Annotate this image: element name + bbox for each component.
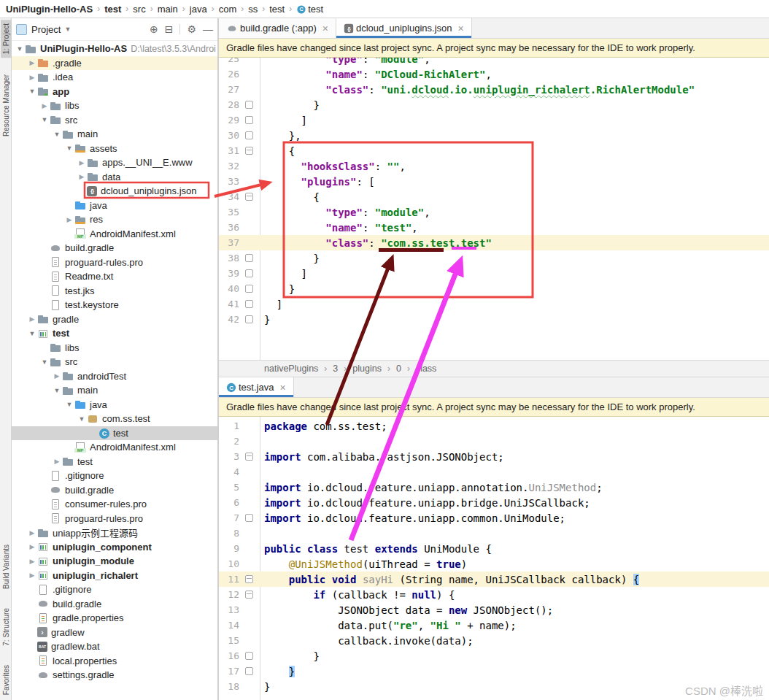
- tree-arrow-icon[interactable]: ▶: [27, 74, 37, 81]
- tree-item[interactable]: ▶.idea: [12, 70, 217, 85]
- json-path-item[interactable]: nativePlugins: [264, 364, 318, 374]
- breadcrumb-item[interactable]: ss: [248, 4, 258, 15]
- fold-marker-icon[interactable]: [245, 285, 253, 293]
- tree-item[interactable]: ▶.gradle: [12, 56, 217, 71]
- fold-marker-icon[interactable]: [245, 591, 253, 599]
- breadcrumb-item[interactable]: com: [219, 4, 237, 15]
- tree-arrow-icon[interactable]: ▼: [52, 387, 62, 394]
- tree-item[interactable]: ▼src: [12, 113, 217, 128]
- fold-marker-icon[interactable]: [245, 575, 253, 583]
- tree-item[interactable]: local.properties: [12, 654, 217, 669]
- tree-item[interactable]: java: [12, 199, 217, 213]
- tree-item[interactable]: settings.gradle: [12, 668, 217, 682]
- chevron-down-icon[interactable]: ▼: [64, 26, 71, 33]
- tree-item[interactable]: ▶libs: [12, 99, 217, 113]
- close-tab-icon[interactable]: ×: [458, 23, 464, 34]
- fold-marker-icon[interactable]: [245, 116, 253, 124]
- tool-window-button[interactable]: 1: Project: [1, 20, 12, 58]
- fold-marker-icon[interactable]: [245, 315, 253, 323]
- tree-arrow-icon[interactable]: ▼: [27, 88, 37, 95]
- tree-item[interactable]: build.gradle: [12, 241, 217, 255]
- collapse-all-icon[interactable]: ⊟: [165, 24, 174, 34]
- tree-item[interactable]: ▼com.ss.test: [12, 412, 217, 426]
- breadcrumb-item[interactable]: java: [190, 4, 207, 15]
- tool-window-button[interactable]: Build Variants: [1, 541, 12, 593]
- editor-tab[interactable]: dcloud_uniplugins.json×: [336, 18, 472, 38]
- fold-marker-icon[interactable]: [245, 300, 253, 308]
- tree-arrow-icon[interactable]: ▼: [15, 45, 25, 53]
- tree-item[interactable]: ▼java: [12, 398, 217, 412]
- breadcrumb-item[interactable]: test: [296, 4, 323, 15]
- tree-item[interactable]: Readme.txt: [12, 269, 217, 284]
- tree-arrow-icon[interactable]: ▶: [27, 572, 37, 579]
- tree-arrow-icon[interactable]: ▶: [27, 529, 37, 536]
- tree-item[interactable]: ▼assets: [12, 142, 217, 156]
- tool-window-button[interactable]: 7: Structure: [1, 604, 12, 650]
- tree-item[interactable]: ▶test: [12, 455, 217, 469]
- tree-item[interactable]: ▶uniplugin_component: [12, 540, 217, 555]
- breadcrumb-item[interactable]: src: [133, 4, 145, 15]
- tree-arrow-icon[interactable]: ▶: [77, 173, 87, 180]
- tree-arrow-icon[interactable]: ▶: [27, 59, 37, 66]
- tool-window-button[interactable]: Favorites: [1, 661, 12, 699]
- tree-arrow-icon[interactable]: ▼: [39, 358, 50, 366]
- tree-arrow-icon[interactable]: ▶: [27, 315, 37, 323]
- tree-arrow-icon[interactable]: ▼: [64, 145, 74, 152]
- project-panel-title[interactable]: Project: [31, 24, 61, 35]
- tree-arrow-icon[interactable]: ▼: [52, 131, 62, 138]
- tree-item[interactable]: ▶data: [12, 170, 217, 185]
- tree-item[interactable]: ▶uniplugin_richalert: [12, 569, 217, 583]
- gear-icon[interactable]: ⚙: [187, 24, 196, 34]
- json-path-item[interactable]: class: [416, 364, 436, 374]
- tree-item[interactable]: consumer-rules.pro: [12, 497, 217, 512]
- tree-arrow-icon[interactable]: ▼: [27, 330, 37, 337]
- tree-arrow-icon[interactable]: ▶: [52, 372, 62, 380]
- tree-arrow-icon[interactable]: ▼: [77, 415, 87, 423]
- breadcrumb-item[interactable]: test: [269, 4, 285, 15]
- tree-item[interactable]: ▼app: [12, 85, 217, 99]
- tree-item[interactable]: build.gradle: [12, 597, 217, 612]
- fold-marker-icon[interactable]: [245, 269, 253, 277]
- tree-item[interactable]: ▶androidTest: [12, 369, 217, 384]
- fold-marker-icon[interactable]: [245, 254, 253, 262]
- tree-arrow-icon[interactable]: ▶: [52, 458, 62, 465]
- tree-item[interactable]: gradle.properties: [12, 611, 217, 626]
- hide-panel-icon[interactable]: —: [203, 24, 213, 34]
- tree-arrow-icon[interactable]: ▼: [39, 116, 50, 123]
- fold-marker-icon[interactable]: [245, 147, 253, 155]
- fold-marker-icon[interactable]: [245, 514, 253, 522]
- fold-marker-icon[interactable]: [245, 101, 253, 109]
- tree-item[interactable]: dcloud_uniplugins.json: [12, 184, 217, 199]
- tree-item[interactable]: proguard-rules.pro: [12, 512, 217, 526]
- breadcrumb-item[interactable]: test: [104, 4, 121, 15]
- fold-marker-icon[interactable]: [245, 193, 253, 201]
- tree-item[interactable]: ▼main: [12, 127, 217, 142]
- tree-item[interactable]: .gitignore: [12, 582, 217, 597]
- tree-arrow-icon[interactable]: ▶: [39, 102, 50, 109]
- editor-tab[interactable]: build.gradle (:app)×: [219, 18, 336, 38]
- fold-marker-icon[interactable]: [245, 131, 253, 139]
- tree-item[interactable]: AndroidManifest.xml: [12, 227, 217, 242]
- tree-item[interactable]: .gitignore: [12, 469, 217, 483]
- tree-item[interactable]: build.gradle: [12, 483, 217, 498]
- json-path-item[interactable]: 3: [333, 364, 338, 374]
- tree-item[interactable]: gradlew.bat: [12, 639, 217, 654]
- json-path-item[interactable]: plugins: [352, 364, 382, 374]
- tree-arrow-icon[interactable]: ▼: [64, 401, 74, 408]
- tree-item[interactable]: ▼main: [12, 383, 217, 398]
- tree-arrow-icon[interactable]: ▶: [27, 558, 37, 565]
- breadcrumb-item[interactable]: main: [158, 4, 178, 15]
- tree-item[interactable]: ▶uniplugin_module: [12, 554, 217, 569]
- close-tab-icon[interactable]: ×: [279, 382, 285, 393]
- tree-item[interactable]: test.jks: [12, 284, 217, 299]
- tree-item[interactable]: gradlew: [12, 626, 217, 640]
- java-editor[interactable]: 1package com.ss.test;23import com.alibab…: [219, 417, 769, 700]
- tree-item[interactable]: test.keystore: [12, 298, 217, 312]
- tool-window-button[interactable]: Resource Manager: [1, 71, 12, 140]
- tree-arrow-icon[interactable]: ▶: [64, 216, 74, 223]
- tree-item[interactable]: ▶gradle: [12, 312, 217, 327]
- breadcrumb-item[interactable]: UniPlugin-Hello-AS: [6, 4, 93, 15]
- close-tab-icon[interactable]: ×: [322, 23, 328, 34]
- editor-tab[interactable]: test.java×: [219, 377, 294, 397]
- tree-item[interactable]: ▶res: [12, 212, 217, 227]
